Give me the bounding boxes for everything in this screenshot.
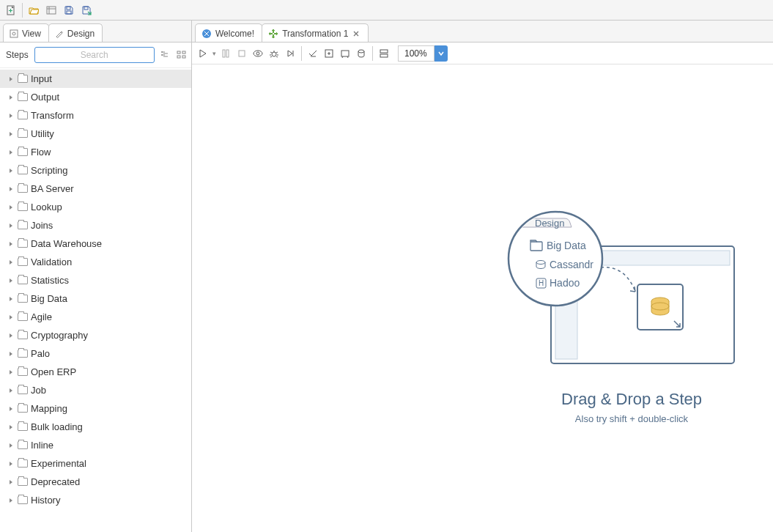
close-tab-button[interactable] [352, 29, 360, 38]
category-label: Utility [31, 128, 54, 139]
tab-transformation[interactable]: Transformation 1 [262, 23, 369, 42]
category-label: Big Data [31, 293, 67, 304]
category-open-erp[interactable]: Open ERP [0, 363, 191, 381]
collapse-tree-button[interactable] [177, 49, 187, 61]
category-history[interactable]: History [0, 491, 191, 509]
folder-icon [18, 423, 28, 431]
stop-button[interactable] [235, 47, 248, 60]
svg-text:Big Data: Big Data [547, 240, 586, 251]
folder-icon [18, 441, 28, 449]
category-cryptography[interactable]: Cryptography [0, 326, 191, 344]
svg-rect-3 [67, 11, 71, 14]
save-as-button[interactable] [78, 2, 95, 18]
category-job[interactable]: Job [0, 381, 191, 399]
tab-view[interactable]: View [3, 23, 49, 42]
tab-design-label: Design [67, 29, 95, 39]
svg-point-18 [256, 52, 259, 55]
expand-tree-button[interactable] [160, 49, 171, 61]
svg-rect-4 [84, 7, 88, 10]
caret-icon [7, 387, 15, 394]
folder-icon [18, 75, 28, 83]
category-experimental[interactable]: Experimental [0, 454, 191, 473]
folder-icon [18, 148, 28, 156]
replay-button[interactable] [284, 47, 297, 60]
folder-icon [18, 368, 28, 376]
top-toolbar [0, 0, 773, 21]
svg-rect-16 [239, 51, 245, 56]
category-label: Data Warehouse [31, 238, 102, 249]
run-button[interactable] [196, 47, 210, 60]
folder-icon [18, 295, 28, 303]
category-label: Bulk loading [31, 421, 83, 432]
open-file-button[interactable] [26, 2, 42, 18]
canvas-toolbar: ▾ 100% [192, 43, 773, 64]
svg-text:H: H [539, 279, 544, 287]
folder-icon [18, 185, 28, 193]
zoom-control[interactable]: 100% [398, 45, 448, 62]
tab-view-label: View [22, 29, 41, 39]
explore-db-button[interactable] [355, 47, 368, 60]
category-validation[interactable]: Validation [0, 253, 191, 271]
category-bulk-loading[interactable]: Bulk loading [0, 418, 191, 436]
category-utility[interactable]: Utility [0, 125, 191, 143]
category-tree[interactable]: InputOutputTransformUtilityFlowScripting… [0, 68, 191, 532]
zoom-dropdown-button[interactable] [434, 45, 448, 62]
new-file-button[interactable] [3, 2, 19, 18]
caret-icon [7, 442, 15, 449]
verify-button[interactable] [306, 47, 319, 60]
caret-icon [7, 277, 15, 284]
run-dropdown-icon[interactable]: ▾ [212, 50, 216, 57]
canvas[interactable]: Design Big Data Cassandr H Hadoo [192, 64, 773, 532]
preview-button[interactable] [251, 47, 265, 60]
explore-button[interactable] [43, 2, 59, 18]
category-data-warehouse[interactable]: Data Warehouse [0, 234, 191, 253]
separator [22, 3, 23, 18]
category-input[interactable]: Input [0, 70, 191, 88]
tab-welcome[interactable]: Welcome! [195, 23, 262, 42]
category-label: Mapping [31, 403, 67, 414]
caret-icon [7, 497, 15, 504]
show-results-button[interactable] [377, 47, 391, 60]
category-joins[interactable]: Joins [0, 216, 191, 234]
category-mapping[interactable]: Mapping [0, 399, 191, 418]
steps-label: Steps [6, 50, 29, 60]
category-flow[interactable]: Flow [0, 143, 191, 161]
svg-rect-11 [182, 51, 185, 53]
category-deprecated[interactable]: Deprecated [0, 473, 191, 491]
category-label: Agile [31, 311, 52, 322]
caret-icon [7, 479, 15, 486]
sql-button[interactable] [339, 47, 352, 60]
svg-rect-15 [226, 50, 229, 57]
category-label: Lookup [31, 202, 62, 213]
caret-icon [7, 405, 15, 413]
category-label: Joins [31, 220, 53, 231]
tab-design[interactable]: Design [48, 23, 103, 42]
debug-button[interactable] [267, 47, 281, 60]
svg-text:Cassandr: Cassandr [550, 259, 593, 270]
category-label: Experimental [31, 458, 86, 469]
category-transform[interactable]: Transform [0, 106, 191, 125]
pause-button[interactable] [219, 47, 232, 60]
category-inline[interactable]: Inline [0, 436, 191, 454]
category-label: History [31, 495, 60, 506]
impact-button[interactable] [322, 47, 336, 60]
svg-rect-5 [10, 30, 18, 37]
category-scripting[interactable]: Scripting [0, 161, 191, 180]
category-label: BA Server [31, 183, 74, 194]
search-input[interactable] [34, 47, 155, 63]
caret-icon [7, 167, 15, 174]
category-palo[interactable]: Palo [0, 344, 191, 363]
zoom-value: 100% [398, 45, 434, 62]
category-ba-server[interactable]: BA Server [0, 180, 191, 198]
category-agile[interactable]: Agile [0, 308, 191, 326]
category-big-data[interactable]: Big Data [0, 289, 191, 308]
sidebar: View Design Steps InputOutputTransformUt… [0, 21, 192, 532]
category-lookup[interactable]: Lookup [0, 198, 191, 216]
category-statistics[interactable]: Statistics [0, 271, 191, 289]
search-row: Steps [0, 43, 191, 68]
svg-rect-14 [223, 50, 225, 57]
save-button[interactable] [61, 2, 77, 18]
category-output[interactable]: Output [0, 88, 191, 106]
separator [301, 46, 302, 61]
folder-icon [18, 221, 28, 229]
